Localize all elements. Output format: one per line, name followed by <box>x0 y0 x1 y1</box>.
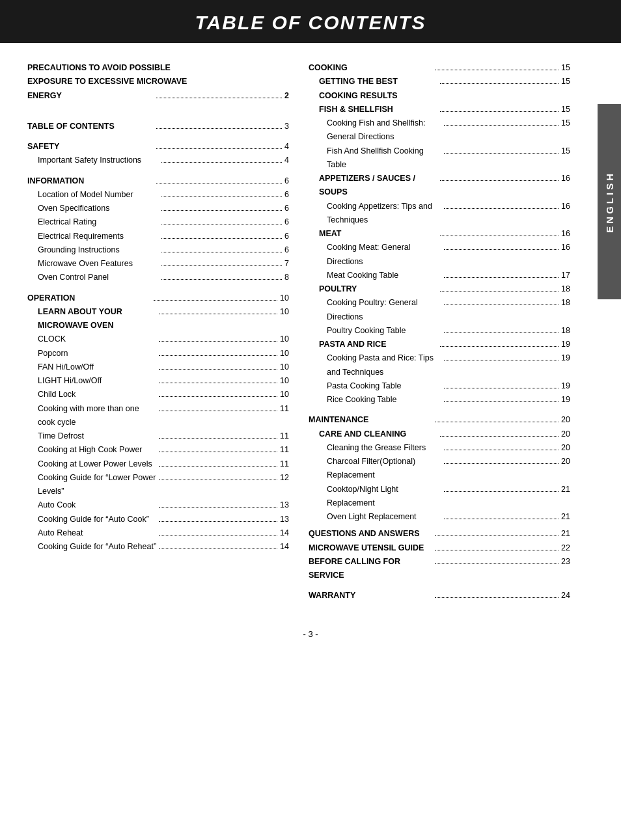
meat-item-0: Cooking Meat: General Directions 16 <box>309 241 570 269</box>
app-item-0: Cooking Appetizers: Tips and Techniques … <box>309 200 570 228</box>
safety-heading: SAFETY <box>27 140 154 154</box>
toc-page: 3 <box>284 120 289 133</box>
poultry-heading: POULTRY 18 <box>309 282 570 296</box>
calling-entry: BEFORE CALLING FOR SERVICE 23 <box>309 555 570 583</box>
info-item-label-3: Electrical Requirements <box>38 230 159 243</box>
safety-heading-entry: SAFETY 4 <box>27 140 289 154</box>
cooking-heading-entry: COOKING 15 <box>309 61 570 75</box>
operation-page: 10 <box>280 291 289 305</box>
precautions-section: PRECAUTIONS TO AVOID POSSIBLE EXPOSURE T… <box>27 61 289 103</box>
pasta-item-2: Rice Cooking Table 19 <box>309 393 570 407</box>
spacer4 <box>27 285 289 291</box>
op-item-autocookguide: Cooking Guide for “Auto Cook” 13 <box>27 513 289 526</box>
op-item-popcorn: Popcorn 10 <box>27 347 289 360</box>
operation-heading-entry: OPERATION 10 <box>27 291 289 305</box>
op-item-lowerpowerguide: Cooking Guide for “Lower Power Levels” 1… <box>27 471 289 499</box>
precautions-page: 2 <box>284 89 289 103</box>
page-header: TABLE OF CONTENTS <box>0 0 621 43</box>
safety-item-0: Important Safety Instructions 4 <box>27 154 289 167</box>
info-item-label-2: Electrical Rating <box>38 215 159 229</box>
info-heading: INFORMATION <box>27 174 154 188</box>
spacer1 <box>27 113 289 120</box>
op-item-clock: CLOCK 10 <box>27 332 289 346</box>
info-dots <box>156 183 283 183</box>
fish-item-1: Fish And Shellfish Cooking Table 15 <box>309 144 570 172</box>
info-heading-entry: INFORMATION 6 <box>27 174 289 188</box>
page-title: TABLE OF CONTENTS <box>195 12 426 33</box>
right-column: COOKING 15 GETTING THE BEST COOKING RESU… <box>309 61 603 603</box>
precautions-label2: EXPOSURE TO EXCESSIVE MICROWAVE <box>27 75 289 88</box>
precautions-dots <box>156 98 283 98</box>
operation-dots <box>154 300 277 301</box>
info-page: 6 <box>284 174 289 188</box>
spacer3 <box>27 168 289 174</box>
info-item-5: Microwave Oven Features 7 <box>27 257 289 271</box>
pasta-heading: PASTA AND RICE 19 <box>309 338 570 351</box>
operation-sub-heading: LEARN ABOUT YOUR MICROWAVE OVEN <box>38 305 156 333</box>
info-item-label-0: Location of Model Number <box>38 188 159 202</box>
info-item-2: Electrical Rating 6 <box>27 215 289 229</box>
left-column: PRECAUTIONS TO AVOID POSSIBLE EXPOSURE T… <box>27 61 289 603</box>
op-item-fan: FAN Hi/Low/Off 10 <box>27 360 289 374</box>
op-item-childlock: Child Lock 10 <box>27 388 289 401</box>
meat-item-1: Meat Cooking Table 17 <box>309 269 570 282</box>
info-item-label-5: Microwave Oven Features <box>38 257 159 271</box>
poultry-item-1: Poultry Cooking Table 18 <box>309 324 570 338</box>
care-item-1: Charcoal Filter(Optional) Replacement 20 <box>309 455 570 483</box>
info-item-3: Electrical Requirements 6 <box>27 230 289 243</box>
cooking-heading: COOKING <box>309 61 432 75</box>
english-sidebar: ENGLISH <box>598 104 621 299</box>
care-item-3: Oven Light Replacement 21 <box>309 510 570 524</box>
spacer-right-3 <box>309 582 570 589</box>
info-item-label-1: Oven Specifications <box>38 202 159 215</box>
utensil-entry: MICROWAVE UTENSIL GUIDE 22 <box>309 541 570 555</box>
meat-heading: MEAT 16 <box>309 227 570 241</box>
info-item-6: Oven Control Panel 8 <box>27 271 289 284</box>
operation-sub-heading-entry: LEARN ABOUT YOUR MICROWAVE OVEN 10 <box>27 305 289 333</box>
info-item-label-4: Grounding Instructions <box>38 243 159 257</box>
precautions-line1: PRECAUTIONS TO AVOID POSSIBLE <box>27 61 289 75</box>
info-item-0: Location of Model Number 6 <box>27 188 289 202</box>
info-item-4: Grounding Instructions 6 <box>27 243 289 257</box>
maintenance-heading: MAINTENANCE <box>309 413 432 427</box>
care-item-0: Cleaning the Grease Filters 20 <box>309 441 570 455</box>
spacer2 <box>27 133 289 140</box>
toc-self-entry: TABLE OF CONTENTS 3 <box>27 120 289 133</box>
poultry-item-0: Cooking Poultry: General Directions 18 <box>309 296 570 324</box>
op-item-highcook: Cooking at High Cook Power 11 <box>27 443 289 457</box>
appetizers-heading: APPETIZERS / SAUCES / SOUPS 16 <box>309 172 570 200</box>
safety-page: 4 <box>284 140 289 154</box>
pasta-item-0: Cooking Pasta and Rice: Tips and Techniq… <box>309 351 570 379</box>
toc-dots <box>156 128 283 129</box>
op-item-multicook: Cooking with more than one cook cycle 11 <box>27 402 289 430</box>
fish-heading: FISH & SHELLFISH 15 <box>309 103 570 116</box>
page-number: - 3 - <box>303 629 318 639</box>
op-item-autoreheatguide: Cooking Guide for “Auto Reheat” 14 <box>27 540 289 554</box>
questions-entry: QUESTIONS AND ANSWERS 21 <box>309 527 570 541</box>
precautions-entry-label: ENERGY <box>27 89 154 103</box>
op-item-lowercook: Cooking at Lower Power Levels 11 <box>27 457 289 471</box>
safety-item-label-0: Important Safety Instructions <box>38 154 159 167</box>
info-item-1: Oven Specifications 6 <box>27 202 289 215</box>
best-cooking-heading: GETTING THE BEST COOKING RESULTS 15 <box>309 75 570 103</box>
safety-dots <box>156 148 283 149</box>
care-cleaning-heading: CARE AND CLEANING 20 <box>309 427 570 441</box>
english-label: ENGLISH <box>604 171 615 233</box>
operation-heading: OPERATION <box>27 291 151 305</box>
precautions-line2: EXPOSURE TO EXCESSIVE MICROWAVE <box>27 75 289 88</box>
care-item-2: Cooktop/Night Light Replacement 21 <box>309 483 570 511</box>
info-item-label-6: Oven Control Panel <box>38 271 159 284</box>
safety-item-dots-0 <box>161 162 283 163</box>
op-item-autocook: Auto Cook 13 <box>27 498 289 512</box>
pasta-item-1: Pasta Cooking Table 19 <box>309 379 570 393</box>
warranty-entry: WARRANTY 24 <box>309 589 570 603</box>
precautions-label1: PRECAUTIONS TO AVOID POSSIBLE <box>27 61 289 75</box>
main-content: PRECAUTIONS TO AVOID POSSIBLE EXPOSURE T… <box>0 61 621 603</box>
maintenance-heading-entry: MAINTENANCE 20 <box>309 413 570 427</box>
op-item-timedefrost: Time Defrost 11 <box>27 429 289 443</box>
op-item-light: LIGHT Hi/Low/Off 10 <box>27 374 289 388</box>
toc-entry-label: TABLE OF CONTENTS <box>27 120 154 133</box>
spacer-right-1 <box>309 407 570 413</box>
precautions-entry: ENERGY 2 <box>27 89 289 103</box>
op-item-autoreheat: Auto Reheat 14 <box>27 526 289 540</box>
